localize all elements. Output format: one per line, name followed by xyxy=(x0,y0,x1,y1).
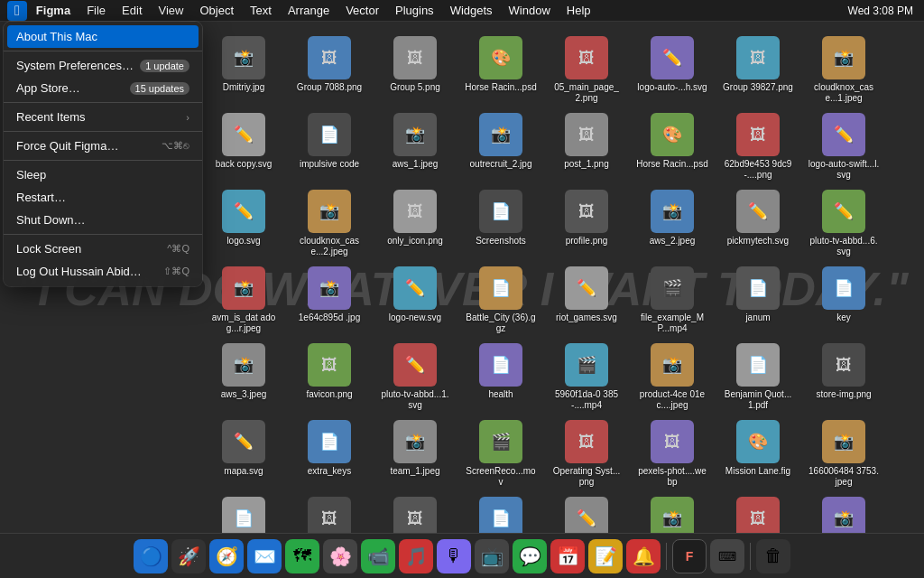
menubar-app-name[interactable]: Figma xyxy=(29,2,78,19)
desktop-icon[interactable]: 🖼05_main_page_2.png xyxy=(546,32,627,104)
dock-icon-tv[interactable]: 📺 xyxy=(475,539,509,573)
dock-item-maps[interactable]: 🗺 xyxy=(285,539,319,573)
desktop-icon[interactable]: 🎨Horse Racin...psd xyxy=(632,108,713,181)
desktop-icon[interactable]: ✏️logo-new.svg xyxy=(374,262,456,334)
menu-item-restart[interactable]: Restart… xyxy=(4,186,202,209)
dock-icon-photos[interactable]: 🌸 xyxy=(323,539,357,573)
desktop-icon[interactable]: 📸aws_3.jpeg xyxy=(203,339,284,411)
dock-item-tv[interactable]: 📺 xyxy=(475,539,509,573)
desktop-icon[interactable]: ✏️101z_2208_w015...svg xyxy=(546,492,627,533)
dock-icon-trash[interactable]: 🗑 xyxy=(756,539,790,573)
desktop-icon[interactable]: 🖼Group 39827.png xyxy=(717,32,799,104)
dock-icon-finder[interactable]: 🔵 xyxy=(134,539,168,573)
menubar-edit[interactable]: Edit xyxy=(115,2,149,19)
desktop-icon[interactable]: 📸1200x1200_Drei...jpeg xyxy=(632,492,713,533)
menu-item-recent-items[interactable]: Recent Items › xyxy=(4,106,202,128)
dock-item-finder[interactable]: 🔵 xyxy=(134,539,168,573)
desktop-icon[interactable]: ✏️pluto-tv-abbd...6.svg xyxy=(803,185,884,257)
menubar-text[interactable]: Text xyxy=(243,2,279,19)
desktop-icon[interactable]: 🎬file_example_MP...mp4 xyxy=(632,262,713,334)
desktop-icon[interactable]: 🖼twitter_banner.png xyxy=(289,492,370,533)
desktop-icon[interactable]: 📄impulsive code xyxy=(289,108,370,181)
desktop-icon[interactable]: 🖼Operating Syst...png xyxy=(546,415,627,488)
desktop-icon[interactable]: 🎨Horse Racin...psd xyxy=(460,32,541,104)
desktop-icon[interactable]: 🖼post_1.png xyxy=(546,108,627,181)
menubar-plugins[interactable]: Plugins xyxy=(388,2,441,19)
dock-item-reminders[interactable]: 🔔 xyxy=(626,539,661,573)
desktop-icon[interactable]: 📄extra_keys xyxy=(289,415,370,488)
desktop-icon[interactable]: 📸product-4ce 01ec....jpeg xyxy=(632,339,713,411)
desktop-icon[interactable]: ✏️pluto-tv-abbd...1.svg xyxy=(374,339,456,411)
dock-icon-reminders[interactable]: 🔔 xyxy=(626,539,661,573)
desktop-icon[interactable]: 📄Battle_City (36).ggz xyxy=(460,262,541,334)
desktop-icon[interactable]: 📄clients xyxy=(460,492,541,533)
desktop-icon[interactable]: 🖼profile.png xyxy=(546,185,627,257)
menubar-arrange[interactable]: Arrange xyxy=(281,2,337,19)
dock-item-facetime[interactable]: 📹 xyxy=(361,539,395,573)
dock-icon-podcasts[interactable]: 🎙 xyxy=(437,539,471,573)
desktop-icon[interactable]: 📸cloudknox_case...1.jpeg xyxy=(803,32,884,104)
desktop-icon[interactable]: 🖼favicon.png xyxy=(289,339,370,411)
dock-icon-maps[interactable]: 🗺 xyxy=(285,539,319,573)
menu-item-about[interactable]: About This Mac xyxy=(7,25,199,48)
desktop-icon[interactable]: 📄health xyxy=(460,339,541,411)
desktop-icon[interactable]: 📸166006484 3753.jpeg xyxy=(803,415,884,488)
dock-item-podcasts[interactable]: 🎙 xyxy=(437,539,471,573)
menu-item-system-prefs[interactable]: System Preferences… 1 update xyxy=(4,54,202,77)
desktop-icon[interactable]: ✏️back copy.svg xyxy=(203,108,284,181)
desktop-icon[interactable]: 🖼62bd9e453 9dc9-....png xyxy=(717,108,799,181)
dock-item-safari[interactable]: 🧭 xyxy=(209,539,244,573)
menu-item-app-store[interactable]: App Store… 15 updates xyxy=(4,77,202,99)
desktop-icon[interactable]: 📸Dmitriy.jpg xyxy=(203,32,284,104)
desktop-icon[interactable]: ✏️pickmytech.svg xyxy=(717,185,799,257)
desktop-icon[interactable]: 📄Screenshots xyxy=(460,185,541,257)
menubar-help[interactable]: Help xyxy=(559,2,598,19)
dock-icon-calendar[interactable]: 📅 xyxy=(550,539,585,573)
dock-icon-figma[interactable]: F xyxy=(672,539,707,573)
desktop-icon[interactable]: ✏️logo.svg xyxy=(203,185,284,257)
menubar-view[interactable]: View xyxy=(152,2,191,19)
desktop-icon[interactable]: 🖼new-asdfsdf.png xyxy=(717,492,799,533)
desktop-icon[interactable]: 🖼Group 5.png xyxy=(374,32,456,104)
desktop-icon[interactable]: 🖼only_icon.png xyxy=(374,185,456,257)
desktop-icon[interactable]: 📄Benjamin Quot...1.pdf xyxy=(717,339,799,411)
desktop-icon[interactable]: 🎬5960f1da-0 385-....mp4 xyxy=(546,339,627,411)
dock-item-figma[interactable]: F xyxy=(672,539,707,573)
desktop-icon[interactable]: ✏️logo-auto-...h.svg xyxy=(632,32,713,104)
desktop-icon[interactable]: 📸team_2.jpeg xyxy=(803,492,884,533)
dock-item-mail[interactable]: ✉️ xyxy=(247,539,282,573)
desktop-icon[interactable]: 📸aws_2.jpeg xyxy=(632,185,713,257)
desktop-icon[interactable]: ✏️mapa.svg xyxy=(203,415,284,488)
dock-item-music[interactable]: 🎵 xyxy=(399,539,433,573)
desktop-icon[interactable]: 📸aws_1.jpeg xyxy=(374,108,456,181)
dock-icon-facetime[interactable]: 📹 xyxy=(361,539,395,573)
desktop-icon[interactable]: 📸outrecruit_2.jpg xyxy=(460,108,541,181)
apple-menu-button[interactable]:  xyxy=(7,1,27,21)
dock-icon-messages[interactable]: 💬 xyxy=(513,539,547,573)
menubar-vector[interactable]: Vector xyxy=(338,2,386,19)
menu-item-logout[interactable]: Log Out Hussain Abid… ⇧⌘Q xyxy=(4,260,202,283)
dock-item-calendar[interactable]: 📅 xyxy=(550,539,585,573)
desktop-icon[interactable]: ✏️riot_games.svg xyxy=(546,262,627,334)
menu-item-sleep[interactable]: Sleep xyxy=(4,163,202,186)
dock-item-terminal[interactable]: ⌨ xyxy=(710,539,744,573)
desktop-icon[interactable]: 📸team_1.jpeg xyxy=(374,415,456,488)
desktop-icon[interactable]: 🎨Mission Lane.fig xyxy=(717,415,799,488)
desktop-icon[interactable]: 📸avm_is_dat adog...r.jpeg xyxy=(203,262,284,334)
dock-icon-mail[interactable]: ✉️ xyxy=(247,539,282,573)
dock-icon-launchpad[interactable]: 🚀 xyxy=(171,539,206,573)
desktop-icon[interactable]: 📄janum xyxy=(717,262,799,334)
menu-item-lock-screen[interactable]: Lock Screen ^⌘Q xyxy=(4,238,202,260)
desktop-icon[interactable]: 🖼store-img.png xyxy=(803,339,884,411)
dock-icon-notes[interactable]: 📝 xyxy=(588,539,623,573)
dock-icon-terminal[interactable]: ⌨ xyxy=(710,539,744,573)
dock-icon-safari[interactable]: 🧭 xyxy=(209,539,244,573)
menubar-object[interactable]: Object xyxy=(192,2,241,19)
dock-item-notes[interactable]: 📝 xyxy=(588,539,623,573)
menu-item-shut-down[interactable]: Shut Down… xyxy=(4,209,202,231)
desktop-icon[interactable]: 📄key xyxy=(803,262,884,334)
desktop-icon[interactable]: 🖼pexels-phot....webp xyxy=(632,415,713,488)
desktop-icon[interactable]: 📸1e64c895d .jpg xyxy=(289,262,370,334)
dock-icon-music[interactable]: 🎵 xyxy=(399,539,433,573)
desktop-icon[interactable]: 📄Relocated Items xyxy=(203,492,284,533)
